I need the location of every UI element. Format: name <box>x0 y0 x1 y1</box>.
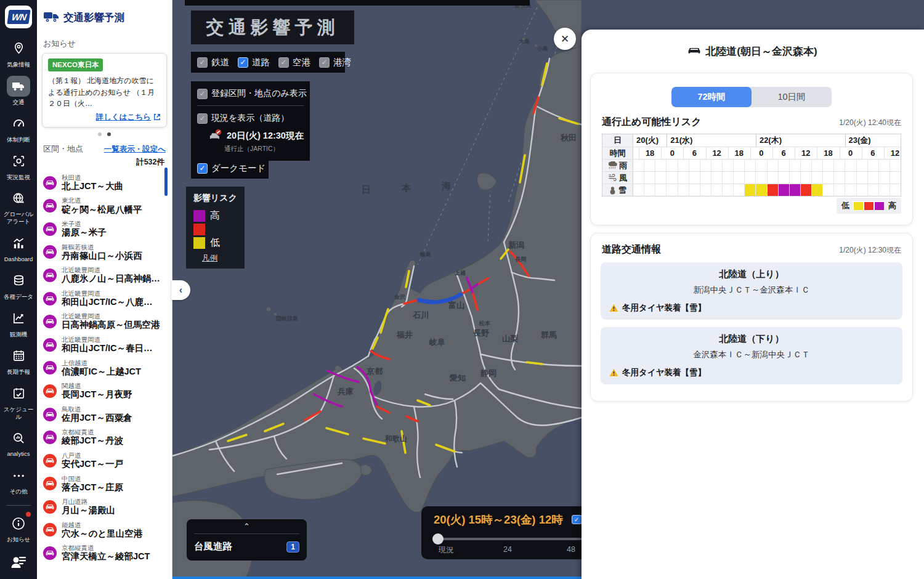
svg-text:石川: 石川 <box>412 310 429 320</box>
list-item[interactable]: 月山道路 月山～湯殿山 <box>43 495 172 519</box>
list-item[interactable]: 北近畿豊岡道 和田山JCT/IC～八鹿… <box>43 287 172 310</box>
map-bottom-bar <box>172 577 582 579</box>
list-item[interactable]: 北近畿豊岡道 八鹿氷ノ山～日高神鍋… <box>43 264 172 287</box>
gauge-icon <box>7 113 30 134</box>
car-icon <box>43 199 57 213</box>
svg-text:秋田: 秋田 <box>560 133 577 142</box>
chevron-up-icon[interactable]: ⌃ <box>194 522 299 531</box>
period-tab[interactable]: 72時間 <box>671 87 752 107</box>
car-icon <box>43 408 57 421</box>
notice-text: （第１報） 北海道地方の吹雪による通行止めのお知らせ （１月２０日（火… <box>48 75 161 110</box>
svg-text:兵庫: 兵庫 <box>337 387 354 396</box>
layer-toggle[interactable]: ✓ 道路 <box>238 57 270 68</box>
list-scrollbar[interactable] <box>164 168 168 196</box>
carousel-dot-active[interactable] <box>107 132 111 136</box>
full-period-toggle[interactable]: ✓ 全期間 <box>572 514 582 525</box>
divider <box>197 105 304 106</box>
wni-logo[interactable]: WN <box>5 6 32 28</box>
svg-text:長岡: 長岡 <box>515 256 526 262</box>
car-icon <box>43 315 57 328</box>
list-item[interactable]: 鳥取道 佐用JCT～西粟倉 <box>43 403 172 426</box>
svg-text:隠岐諸島: 隠岐諸島 <box>276 315 298 322</box>
panel-close-button[interactable]: ✕ <box>554 28 576 50</box>
car-icon <box>43 222 57 236</box>
traffic-info-item[interactable]: 北陸道（上り） 新潟中央ＪＣＴ～金沢森本ＩＣ 冬用タイヤ装着【雪】 <box>601 262 902 320</box>
nav-account-menu[interactable] <box>0 551 37 572</box>
car-icon <box>43 546 57 560</box>
account-menu-icon <box>7 551 30 572</box>
ellipsis-icon <box>7 465 30 486</box>
carousel-dot[interactable] <box>98 132 102 136</box>
nav-notifications[interactable]: お知らせ <box>0 513 37 543</box>
traffic-truck-icon <box>43 10 59 26</box>
nav-observation[interactable]: 観測機 <box>0 308 37 338</box>
divider <box>194 533 299 534</box>
current-status-toggle[interactable]: ✓ 現況を表示（道路） <box>197 113 289 124</box>
panel-title: 北陸道(朝日～金沢森本) <box>705 44 817 59</box>
layer-toggle[interactable]: ✓ 空港 <box>278 57 310 68</box>
list-item[interactable]: 北近畿豊岡道 日高神鍋高原～但馬空港 <box>43 310 172 333</box>
car-icon <box>43 176 57 190</box>
nav-weather[interactable]: 気象情報 <box>0 38 37 68</box>
list-settings-link[interactable]: 一覧表示・設定へ <box>104 144 166 155</box>
time-slider-handle[interactable] <box>432 533 444 545</box>
item-count: 計532件 <box>37 156 172 170</box>
info-icon <box>7 513 30 534</box>
typhoon-label: 台風進路 <box>194 540 232 553</box>
nav-global-alert[interactable]: グローバルアラート <box>0 188 37 225</box>
nav-structure[interactable]: 体制判断 <box>0 113 37 144</box>
registered-only-toggle[interactable]: ✓ 登録区間・地点のみ表示 <box>197 88 307 99</box>
traffic-info-item[interactable]: 北陸道（下り） 金沢森本ＩＣ～新潟中央ＪＣＴ 冬用タイヤ装着【雪】 <box>601 327 902 384</box>
list-item[interactable]: 北近畿豊岡道 和田山JCT/IC～春日… <box>43 333 172 357</box>
snow-icon <box>609 186 617 195</box>
impact-risk-legend: 影響リスク 高 低 凡例 <box>186 187 245 269</box>
nav-other[interactable]: その他 <box>0 465 37 495</box>
sidebar-collapse-button[interactable]: ‹ <box>171 280 190 300</box>
darkmode-bar: ✓ ダークモード <box>191 158 269 179</box>
list-item[interactable]: 京都縦貫道 綾部JCT～丹波 <box>43 426 172 449</box>
page-title: 交通影響予測 <box>63 11 124 25</box>
checkbox-icon: ✓ <box>319 57 330 68</box>
list-item[interactable]: 米子道 湯原～米子 <box>43 217 172 241</box>
map-canvas[interactable]: 秋田新潟長岡上越富山金沢輪島石川福井長野松本群馬岐阜山梨愛知静岡京都兵庫和歌山日… <box>172 0 582 579</box>
nav-analytics[interactable]: analytics <box>0 427 37 458</box>
traffic-section-title: 道路交通情報 <box>602 243 661 256</box>
list-item[interactable]: 能越道 穴水～のと里山空港 <box>43 519 172 542</box>
nav-monitoring[interactable]: 実況監視 <box>0 151 37 181</box>
location-pin-icon <box>7 38 30 59</box>
nav-dashboard[interactable]: Dashboard <box>0 233 37 263</box>
nav-data[interactable]: 各種データ <box>0 270 37 301</box>
risk-rain-cells <box>633 160 901 171</box>
layer-toggle[interactable]: ✓ 港湾 <box>319 57 351 68</box>
time-slider-track[interactable] <box>434 538 582 540</box>
notice-detail-link[interactable]: 詳しくはこちら <box>48 112 161 123</box>
risk-mid-swatch <box>193 224 205 235</box>
list-item[interactable]: 舞鶴若狭道 丹南篠山口～小浜西 <box>43 241 172 264</box>
car-icon <box>43 245 57 259</box>
notice-card[interactable]: NEXCO東日本 （第１報） 北海道地方の吹雪による通行止めのお知らせ （１月２… <box>42 53 167 128</box>
legend-link[interactable]: 凡例 <box>202 253 237 264</box>
darkmode-toggle[interactable]: ✓ ダークモード <box>197 163 265 174</box>
car-icon <box>43 500 57 514</box>
period-tab[interactable]: 10日間 <box>752 87 832 107</box>
list-item[interactable]: 京都縦貫道 宮津天橋立～綾部JCT <box>43 541 172 565</box>
nav-longterm[interactable]: 長期予報 <box>0 346 37 376</box>
list-item[interactable]: 東北道 碇ヶ関～松尾八幡平 <box>43 194 172 217</box>
svg-text:岐阜: 岐阜 <box>429 338 445 347</box>
checkbox-icon: ✓ <box>197 113 208 124</box>
risk-table: 日 20(火)21(水)22(木)23(金) 時間 18061218061218… <box>602 134 901 196</box>
list-item[interactable]: 八戸道 安代JCT～一戸 <box>43 449 172 472</box>
notice-carousel-dots[interactable] <box>37 132 172 136</box>
svg-text:海: 海 <box>441 180 451 191</box>
svg-text:松本: 松本 <box>479 320 491 326</box>
list-item[interactable]: 中国道 落合JCT～庄原 <box>43 472 172 496</box>
list-item[interactable]: 関越道 長岡JCT～月夜野 <box>43 379 172 403</box>
layer-toggle[interactable]: ✓ 鉄道 <box>197 57 229 68</box>
list-item[interactable]: 上信越道 信濃町IC～上越JCT <box>43 357 172 380</box>
nav-schedule[interactable]: スケジュール <box>0 383 37 421</box>
list-item[interactable]: 秋田道 北上JCT～大曲 <box>43 171 172 195</box>
svg-text:小島: 小島 <box>537 46 548 52</box>
svg-text:大島: 大島 <box>519 38 530 44</box>
nav-traffic[interactable]: 交通 <box>0 76 37 106</box>
time-range-label: 20(火) 15時～23(金) 12時 <box>434 512 563 527</box>
